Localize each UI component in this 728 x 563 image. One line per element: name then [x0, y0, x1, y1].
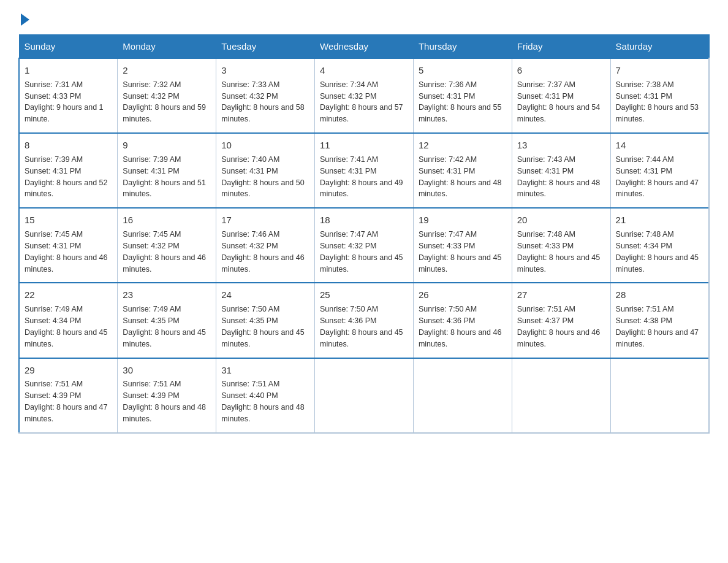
day-info: Sunrise: 7:33 AMSunset: 4:32 PMDaylight:…	[221, 80, 305, 124]
calendar-cell: 28Sunrise: 7:51 AMSunset: 4:38 PMDayligh…	[610, 283, 709, 358]
logo	[18, 12, 29, 23]
calendar-cell: 22Sunrise: 7:49 AMSunset: 4:34 PMDayligh…	[19, 283, 118, 358]
calendar-cell: 5Sunrise: 7:36 AMSunset: 4:31 PMDaylight…	[413, 58, 512, 133]
day-number: 5	[419, 64, 507, 77]
day-info: Sunrise: 7:36 AMSunset: 4:31 PMDaylight:…	[419, 80, 502, 124]
day-info: Sunrise: 7:48 AMSunset: 4:34 PMDaylight:…	[616, 230, 699, 274]
day-number: 13	[517, 139, 605, 152]
calendar-cell: 2Sunrise: 7:32 AMSunset: 4:32 PMDaylight…	[118, 58, 216, 133]
day-info: Sunrise: 7:51 AMSunset: 4:39 PMDaylight:…	[25, 380, 108, 423]
calendar-week-3: 15Sunrise: 7:45 AMSunset: 4:31 PMDayligh…	[19, 208, 709, 283]
day-number: 27	[517, 288, 605, 302]
calendar-cell: 6Sunrise: 7:37 AMSunset: 4:31 PMDaylight…	[512, 58, 610, 133]
day-number: 24	[221, 288, 309, 302]
calendar-cell: 18Sunrise: 7:47 AMSunset: 4:32 PMDayligh…	[315, 208, 414, 283]
calendar-table: SundayMondayTuesdayWednesdayThursdayFrid…	[18, 34, 710, 434]
calendar-cell: 24Sunrise: 7:50 AMSunset: 4:35 PMDayligh…	[216, 283, 315, 358]
day-info: Sunrise: 7:44 AMSunset: 4:31 PMDaylight:…	[616, 155, 699, 199]
day-info: Sunrise: 7:49 AMSunset: 4:34 PMDaylight:…	[25, 305, 108, 348]
calendar-cell: 11Sunrise: 7:41 AMSunset: 4:31 PMDayligh…	[315, 133, 414, 208]
day-number: 30	[123, 364, 211, 377]
header-saturday: Saturday	[610, 35, 709, 59]
day-number: 9	[123, 139, 211, 152]
calendar-week-2: 8Sunrise: 7:39 AMSunset: 4:31 PMDaylight…	[19, 133, 709, 208]
day-info: Sunrise: 7:50 AMSunset: 4:35 PMDaylight:…	[221, 305, 305, 348]
day-info: Sunrise: 7:45 AMSunset: 4:31 PMDaylight:…	[25, 230, 108, 274]
header-monday: Monday	[118, 35, 216, 59]
day-info: Sunrise: 7:39 AMSunset: 4:31 PMDaylight:…	[123, 155, 206, 199]
calendar-cell: 9Sunrise: 7:39 AMSunset: 4:31 PMDaylight…	[118, 133, 216, 208]
day-number: 15	[25, 213, 112, 227]
calendar-week-1: 1Sunrise: 7:31 AMSunset: 4:33 PMDaylight…	[19, 58, 709, 133]
calendar-cell: 16Sunrise: 7:45 AMSunset: 4:32 PMDayligh…	[118, 208, 216, 283]
day-info: Sunrise: 7:51 AMSunset: 4:39 PMDaylight:…	[123, 380, 206, 423]
day-number: 17	[221, 213, 309, 227]
day-number: 28	[616, 288, 703, 302]
day-info: Sunrise: 7:51 AMSunset: 4:37 PMDaylight:…	[517, 305, 601, 348]
day-number: 2	[123, 64, 211, 77]
day-number: 18	[320, 213, 408, 227]
calendar-cell: 3Sunrise: 7:33 AMSunset: 4:32 PMDaylight…	[216, 58, 315, 133]
day-number: 22	[25, 288, 112, 302]
day-number: 20	[517, 213, 605, 227]
day-number: 25	[320, 288, 408, 302]
calendar-cell: 13Sunrise: 7:43 AMSunset: 4:31 PMDayligh…	[512, 133, 610, 208]
day-info: Sunrise: 7:49 AMSunset: 4:35 PMDaylight:…	[123, 305, 206, 348]
calendar-cell: 4Sunrise: 7:34 AMSunset: 4:32 PMDaylight…	[315, 58, 414, 133]
header-friday: Friday	[512, 35, 610, 59]
header-thursday: Thursday	[413, 35, 512, 59]
calendar-cell: 7Sunrise: 7:38 AMSunset: 4:31 PMDaylight…	[610, 58, 709, 133]
day-number: 29	[25, 364, 112, 377]
day-info: Sunrise: 7:48 AMSunset: 4:33 PMDaylight:…	[517, 230, 601, 274]
day-number: 23	[123, 288, 211, 302]
calendar-cell: 23Sunrise: 7:49 AMSunset: 4:35 PMDayligh…	[118, 283, 216, 358]
day-info: Sunrise: 7:41 AMSunset: 4:31 PMDaylight:…	[320, 155, 403, 199]
logo-arrow-icon	[21, 13, 29, 26]
day-info: Sunrise: 7:47 AMSunset: 4:33 PMDaylight:…	[419, 230, 502, 274]
day-info: Sunrise: 7:40 AMSunset: 4:31 PMDaylight:…	[221, 155, 305, 199]
day-number: 8	[25, 139, 112, 152]
calendar-cell: 19Sunrise: 7:47 AMSunset: 4:33 PMDayligh…	[413, 208, 512, 283]
day-info: Sunrise: 7:51 AMSunset: 4:38 PMDaylight:…	[616, 305, 699, 348]
day-number: 7	[616, 64, 703, 77]
day-info: Sunrise: 7:45 AMSunset: 4:32 PMDaylight:…	[123, 230, 206, 274]
calendar-cell: 27Sunrise: 7:51 AMSunset: 4:37 PMDayligh…	[512, 283, 610, 358]
day-number: 4	[320, 64, 408, 77]
header-tuesday: Tuesday	[216, 35, 315, 59]
day-number: 12	[419, 139, 507, 152]
day-info: Sunrise: 7:42 AMSunset: 4:31 PMDaylight:…	[419, 155, 502, 199]
calendar-cell: 8Sunrise: 7:39 AMSunset: 4:31 PMDaylight…	[19, 133, 118, 208]
day-info: Sunrise: 7:50 AMSunset: 4:36 PMDaylight:…	[419, 305, 502, 348]
calendar-cell	[512, 358, 610, 433]
calendar-cell: 25Sunrise: 7:50 AMSunset: 4:36 PMDayligh…	[315, 283, 414, 358]
day-info: Sunrise: 7:31 AMSunset: 4:33 PMDaylight:…	[25, 80, 104, 124]
calendar-cell: 10Sunrise: 7:40 AMSunset: 4:31 PMDayligh…	[216, 133, 315, 208]
day-number: 1	[25, 64, 112, 77]
calendar-cell	[315, 358, 414, 433]
day-info: Sunrise: 7:34 AMSunset: 4:32 PMDaylight:…	[320, 80, 403, 124]
day-info: Sunrise: 7:51 AMSunset: 4:40 PMDaylight:…	[221, 380, 305, 423]
calendar-cell	[413, 358, 512, 433]
calendar-cell: 30Sunrise: 7:51 AMSunset: 4:39 PMDayligh…	[118, 358, 216, 433]
page-header	[18, 12, 710, 23]
day-info: Sunrise: 7:32 AMSunset: 4:32 PMDaylight:…	[123, 80, 206, 124]
day-number: 21	[616, 213, 703, 227]
day-info: Sunrise: 7:37 AMSunset: 4:31 PMDaylight:…	[517, 80, 601, 124]
calendar-cell: 14Sunrise: 7:44 AMSunset: 4:31 PMDayligh…	[610, 133, 709, 208]
calendar-cell: 12Sunrise: 7:42 AMSunset: 4:31 PMDayligh…	[413, 133, 512, 208]
day-number: 3	[221, 64, 309, 77]
day-info: Sunrise: 7:46 AMSunset: 4:32 PMDaylight:…	[221, 230, 305, 274]
calendar-cell: 29Sunrise: 7:51 AMSunset: 4:39 PMDayligh…	[19, 358, 118, 433]
calendar-cell: 21Sunrise: 7:48 AMSunset: 4:34 PMDayligh…	[610, 208, 709, 283]
calendar-cell: 1Sunrise: 7:31 AMSunset: 4:33 PMDaylight…	[19, 58, 118, 133]
day-info: Sunrise: 7:50 AMSunset: 4:36 PMDaylight:…	[320, 305, 403, 348]
header-sunday: Sunday	[19, 35, 118, 59]
header-wednesday: Wednesday	[315, 35, 414, 59]
day-number: 10	[221, 139, 309, 152]
calendar-header-row: SundayMondayTuesdayWednesdayThursdayFrid…	[19, 35, 709, 59]
calendar-week-5: 29Sunrise: 7:51 AMSunset: 4:39 PMDayligh…	[19, 358, 709, 433]
day-number: 16	[123, 213, 211, 227]
calendar-cell: 20Sunrise: 7:48 AMSunset: 4:33 PMDayligh…	[512, 208, 610, 283]
day-number: 11	[320, 139, 408, 152]
day-number: 14	[616, 139, 703, 152]
